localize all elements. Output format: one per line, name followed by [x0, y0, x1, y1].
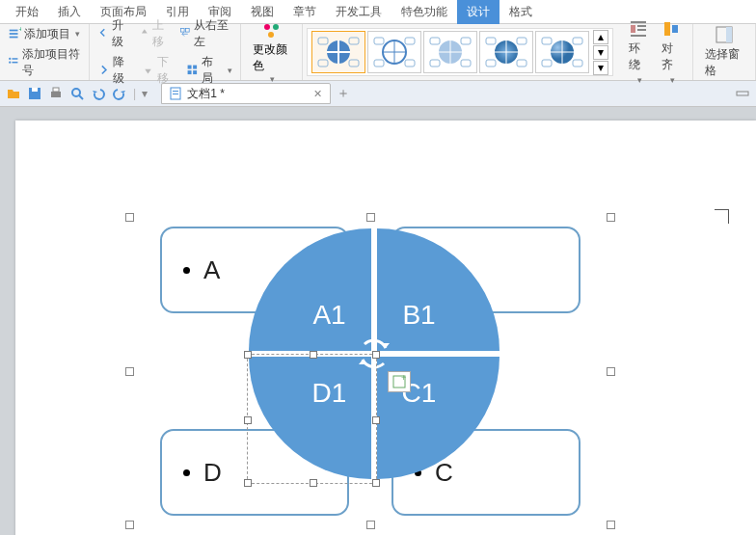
- sel-handle[interactable]: [372, 416, 380, 424]
- svg-rect-48: [542, 38, 552, 44]
- svg-rect-9: [186, 28, 190, 32]
- move-up-icon: [139, 27, 150, 40]
- style-item-5[interactable]: [535, 31, 589, 73]
- svg-rect-44: [517, 60, 526, 67]
- tab-design[interactable]: 设计: [457, 0, 500, 24]
- svg-rect-43: [486, 60, 496, 67]
- svg-rect-52: [631, 21, 646, 23]
- preview-icon[interactable]: [69, 86, 85, 101]
- svg-rect-29: [374, 60, 384, 67]
- sel-handle[interactable]: [310, 351, 317, 359]
- document-page[interactable]: A B C D A1 B1 D1 C1: [15, 120, 756, 535]
- group-add: + 添加项目 添加项目符号: [0, 24, 90, 80]
- print-icon[interactable]: [48, 86, 64, 101]
- rtl-button[interactable]: 从右至左: [177, 16, 234, 51]
- svg-rect-28: [405, 38, 415, 44]
- style-item-4[interactable]: [479, 31, 533, 73]
- qat-dropdown-icon[interactable]: ▾: [142, 87, 148, 100]
- sel-handle[interactable]: [372, 479, 380, 487]
- rtl-icon: [179, 27, 191, 40]
- svg-rect-21: [349, 38, 359, 44]
- sel-handle[interactable]: [244, 416, 252, 424]
- change-color-icon: [261, 20, 283, 41]
- svg-rect-56: [631, 35, 646, 37]
- move-up-button[interactable]: 上移: [137, 16, 175, 51]
- bullet-icon: [183, 469, 190, 476]
- segment-a1[interactable]: A1: [249, 228, 371, 351]
- svg-rect-20: [318, 38, 328, 44]
- gallery-down-icon[interactable]: ▾: [593, 45, 608, 60]
- frame-handle-nw[interactable]: [125, 213, 134, 222]
- svg-point-4: [9, 57, 11, 59]
- redo-icon[interactable]: [112, 86, 127, 101]
- group-arrange: 环绕 对齐: [617, 24, 693, 80]
- svg-rect-60: [726, 27, 732, 42]
- margin-corner-mark: [715, 209, 729, 224]
- style-item-1[interactable]: [311, 31, 365, 73]
- frame-handle-n[interactable]: [366, 213, 375, 222]
- tab-insert[interactable]: 插入: [48, 0, 91, 24]
- sel-handle[interactable]: [310, 479, 317, 487]
- add-bullet-icon: [8, 56, 19, 69]
- svg-rect-51: [573, 60, 582, 67]
- svg-rect-63: [51, 92, 61, 97]
- svg-line-66: [79, 95, 83, 99]
- layout-options-button[interactable]: +: [388, 371, 411, 392]
- svg-rect-50: [542, 60, 552, 67]
- undo-icon[interactable]: [91, 86, 106, 101]
- frame-handle-ne[interactable]: [607, 213, 615, 222]
- add-bullet-label: 添加项目符号: [22, 46, 81, 79]
- inner-selection[interactable]: [247, 354, 377, 484]
- svg-rect-69: [173, 94, 178, 94]
- sel-handle[interactable]: [244, 479, 252, 487]
- sel-handle[interactable]: [244, 351, 252, 359]
- svg-rect-34: [430, 38, 440, 44]
- add-item-button[interactable]: + 添加项目: [6, 25, 83, 43]
- tab-developer[interactable]: 开发工具: [326, 0, 392, 24]
- style-item-2[interactable]: [367, 31, 421, 73]
- frame-handle-sw[interactable]: [125, 521, 134, 529]
- frame-handle-s[interactable]: [366, 521, 375, 529]
- change-color-button[interactable]: 更改颜色: [247, 18, 297, 86]
- add-item-icon: +: [8, 27, 21, 40]
- doc-icon: [170, 87, 181, 100]
- sel-handle[interactable]: [372, 351, 380, 359]
- add-bullet-button[interactable]: 添加项目符号: [6, 45, 83, 80]
- frame-handle-w[interactable]: [125, 367, 134, 376]
- gallery-more-icon[interactable]: ▾: [593, 61, 608, 75]
- svg-rect-42: [517, 38, 526, 44]
- tab-start[interactable]: 开始: [6, 0, 48, 24]
- add-item-label: 添加项目: [24, 26, 70, 42]
- tab-special[interactable]: 特色功能: [392, 0, 457, 24]
- demote-button[interactable]: 降级: [95, 53, 136, 88]
- collapse-ribbon-icon[interactable]: [735, 86, 750, 101]
- svg-rect-41: [486, 38, 496, 44]
- segment-b1[interactable]: B1: [377, 228, 500, 351]
- close-tab-icon[interactable]: ✕: [313, 88, 322, 100]
- svg-point-65: [72, 89, 80, 96]
- promote-button[interactable]: 升级: [95, 16, 133, 51]
- svg-rect-23: [349, 60, 359, 67]
- document-tab-label: 文档1 *: [187, 86, 225, 102]
- svg-rect-35: [461, 38, 471, 44]
- align-button[interactable]: 对齐: [656, 17, 687, 87]
- gallery-up-icon[interactable]: ▴: [593, 30, 608, 44]
- frame-handle-se[interactable]: [607, 521, 615, 529]
- svg-rect-1: [10, 33, 18, 35]
- wrap-button[interactable]: 环绕: [623, 17, 654, 87]
- smartart-frame[interactable]: A B C D A1 B1 D1 C1: [129, 217, 611, 525]
- group-color: 更改颜色: [241, 24, 304, 80]
- add-tab-button[interactable]: ＋: [337, 85, 350, 102]
- style-item-3[interactable]: [423, 31, 477, 73]
- group-select: 选择窗格: [693, 24, 756, 80]
- frame-handle-e[interactable]: [607, 367, 615, 376]
- document-tab[interactable]: 文档1 * ✕: [161, 83, 331, 104]
- tab-format[interactable]: 格式: [500, 0, 542, 24]
- svg-rect-7: [12, 61, 17, 62]
- svg-rect-10: [188, 66, 192, 69]
- save-icon[interactable]: [27, 86, 42, 101]
- open-icon[interactable]: [6, 86, 21, 101]
- select-pane-button[interactable]: 选择窗格: [699, 23, 749, 81]
- svg-rect-11: [193, 66, 197, 69]
- svg-rect-30: [405, 60, 415, 67]
